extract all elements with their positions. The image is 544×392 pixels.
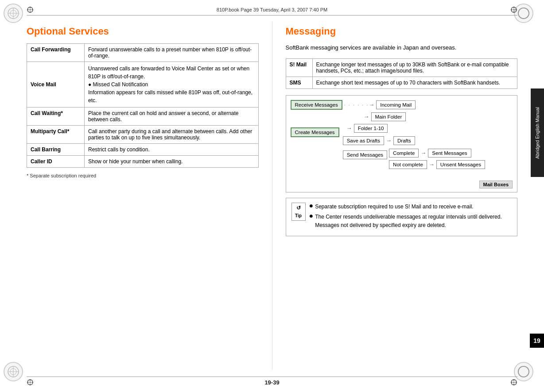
left-section-title: Optional Services: [27, 26, 259, 37]
crosshair-icon: [27, 6, 34, 13]
corner-tr: [517, 0, 544, 27]
right-column: Messaging SoftBank messaging services ar…: [286, 21, 518, 370]
table-label: Multiparty Call*: [27, 126, 85, 144]
unsent-messages-box: Unsent Messages: [436, 160, 485, 169]
table-label: Call Forwarding: [27, 44, 85, 62]
table-row: S! Mail Exchange longer text messages of…: [286, 58, 517, 77]
save-as-drafts-box: Save as Drafts: [343, 136, 384, 145]
send-messages-box: Send Messages: [343, 150, 387, 159]
column-divider: [272, 21, 272, 370]
left-column: Optional Services Call Forwarding Forwar…: [27, 21, 259, 370]
corner-bl: [0, 365, 27, 392]
corner-tl: [0, 0, 27, 27]
table-label: Voice Mail: [27, 62, 85, 108]
table-desc: Exchange short text messages of up to 70…: [312, 77, 517, 88]
table-label: Call Waiting*: [27, 108, 85, 126]
table-label: S! Mail: [286, 58, 312, 77]
messaging-intro: SoftBank messaging services are availabl…: [286, 43, 518, 52]
header-text: 810P.book Page 39 Tuesday, April 3, 2007…: [217, 7, 327, 12]
right-sidebar-tab: Abridged English Manual: [531, 88, 544, 177]
mail-boxes-label: Mail Boxes: [479, 181, 513, 188]
svg-point-29: [513, 382, 515, 383]
drafts-box: Drafts: [393, 136, 415, 145]
table-row: Multiparty Call* Call another party duri…: [27, 126, 259, 144]
footnote: * Separate subscription required: [27, 173, 259, 178]
folder-110-box: Folder 1-10: [354, 124, 388, 133]
tip-label: ↺ Tip: [291, 203, 306, 221]
complete-box: Complete: [389, 149, 419, 158]
tip-text: Tip: [295, 212, 302, 219]
svg-point-11: [30, 9, 31, 11]
bullet-icon: ●: [309, 202, 314, 209]
svg-point-17: [513, 9, 515, 11]
svg-point-23: [30, 382, 31, 383]
table-desc: Show or hide your number when calling.: [85, 156, 259, 168]
bottom-crosshair-left: [27, 379, 34, 386]
optional-services-table: Call Forwarding Forward unanswerable cal…: [27, 43, 259, 168]
table-desc: Unanswered calls are forwarded to Voice …: [85, 62, 259, 108]
right-section-title: Messaging: [286, 26, 518, 37]
table-desc: Forward unanswerable calls to a preset n…: [85, 44, 259, 62]
create-messages-box: Create Messages: [291, 127, 339, 137]
table-row: SMS Exchange short text messages of up t…: [286, 77, 517, 88]
incoming-mail-box: Incoming Mail: [376, 100, 416, 109]
table-label: Caller ID: [27, 156, 85, 168]
corner-br: [517, 365, 544, 392]
page-num-box: 19: [530, 334, 544, 348]
table-label: Call Barring: [27, 144, 85, 156]
bullet-icon: ●: [309, 212, 314, 219]
not-complete-box: Not complete: [389, 160, 427, 169]
tip-point-2: ● The Center resends undeliverable messa…: [309, 213, 512, 230]
page-number: 19-39: [264, 379, 279, 386]
tip-box: ↺ Tip ● Separate subscription required t…: [286, 198, 518, 237]
table-row: Call Waiting* Place the current call on …: [27, 108, 259, 126]
sent-messages-box: Sent Messages: [428, 149, 471, 158]
main-folder-box: Main Folder: [371, 112, 406, 121]
crosshair-icon-right: [510, 6, 517, 13]
table-desc: Exchange longer text messages of up to 3…: [312, 58, 517, 77]
flow-diagram: Receive Messages · · · · · · → Incoming …: [286, 95, 518, 192]
receive-messages-box: Receive Messages: [291, 100, 342, 110]
table-label: SMS: [286, 77, 312, 88]
table-desc: Call another party during a call and alt…: [85, 126, 259, 144]
messaging-table: S! Mail Exchange longer text messages of…: [286, 58, 518, 89]
table-row: Caller ID Show or hide your number when …: [27, 156, 259, 168]
table-desc: Place the current call on hold and answe…: [85, 108, 259, 126]
bottom-crosshair-right: [510, 379, 517, 386]
tip-content: ● Separate subscription required to use …: [309, 203, 512, 232]
table-row: Voice Mail Unanswered calls are forwarde…: [27, 62, 259, 108]
table-row: Call Forwarding Forward unanswerable cal…: [27, 44, 259, 62]
table-row: Call Barring Restrict calls by condition…: [27, 144, 259, 156]
tip-icon: ↺: [296, 204, 301, 212]
table-desc: Restrict calls by condition.: [85, 144, 259, 156]
sidebar-label: Abridged English Manual: [535, 107, 540, 159]
tip-point-1: ● Separate subscription required to use …: [309, 203, 512, 211]
